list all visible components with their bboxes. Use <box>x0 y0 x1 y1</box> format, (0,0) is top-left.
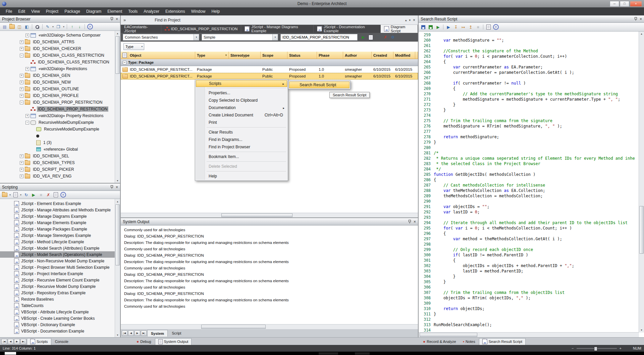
save-button[interactable] <box>420 24 427 31</box>
expand-icon[interactable]: + <box>20 161 23 165</box>
menu-diagram[interactable]: Diagram <box>83 7 104 15</box>
pin-icon[interactable] <box>110 185 113 189</box>
tree-item[interactable]: +IDD_SCHEMA_TYPES <box>0 159 120 166</box>
new-element-button[interactable]: ◧ <box>23 23 30 30</box>
tree-item[interactable]: +«win32Dialog» Schema Composer <box>0 32 120 39</box>
expand-icon[interactable]: + <box>20 154 23 158</box>
minimize-button[interactable]: ─ <box>610 1 619 7</box>
refresh-button[interactable]: ↻ <box>23 192 30 198</box>
script-list-item[interactable]: JSJScript - Project Browser Multi Select… <box>0 264 120 270</box>
zoom-in-icon[interactable]: + <box>620 346 622 350</box>
expand-icon[interactable]: + <box>25 67 29 71</box>
run-group-button[interactable]: ▶ <box>435 24 441 31</box>
zoom-out-icon[interactable]: − <box>572 346 574 350</box>
script-list-item[interactable]: JSJScript - Model Search (Operations) Ex… <box>0 251 120 258</box>
script-list-item[interactable]: JSJScript - Manage Elements Example <box>0 219 120 226</box>
tree-item[interactable]: +IDD_SCHEMA_PROFILE <box>0 92 120 99</box>
scrollbar[interactable]: ▲ ▼ <box>115 31 120 183</box>
menu-item-properties[interactable]: Properties... <box>196 89 287 97</box>
script-list-item[interactable]: JSJScript - Manage Attributes and Method… <box>0 207 120 213</box>
run-search-button[interactable]: ▶ <box>360 34 367 41</box>
scroll-down-icon[interactable]: ▼ <box>115 178 120 183</box>
column-header-created[interactable]: Created <box>372 52 393 59</box>
tree-item[interactable]: RecursiveModelDumpExample <box>0 126 120 133</box>
code-editor[interactable]: 259260 var methodSignature = "";261262 /… <box>419 32 644 337</box>
menu-item-find-in-project-browser[interactable]: Find in Project Browser <box>196 143 287 151</box>
menu-file[interactable]: File <box>3 7 15 15</box>
column-header-icon[interactable] <box>121 52 128 59</box>
next-page-button[interactable]: ▶ <box>135 331 140 336</box>
save-all-button[interactable] <box>427 24 434 31</box>
menu-help[interactable]: Help <box>208 7 223 15</box>
prev-page-button[interactable]: ◀ <box>8 339 13 344</box>
log-button[interactable] <box>52 192 59 198</box>
common-searches-dropdown[interactable]: Common Searches ▾ <box>123 34 199 41</box>
tab-system[interactable]: System <box>147 330 168 337</box>
taskbar-item[interactable] <box>355 352 370 355</box>
tree-item[interactable] <box>0 133 120 139</box>
new-model-button[interactable]: ▤ <box>1 23 8 30</box>
next-page-button[interactable]: ▶ <box>14 339 20 344</box>
tree-item[interactable]: «reference» Global <box>0 146 120 153</box>
tree-item[interactable]: IDD_SCHEMA_CLASS_RESTRICTION <box>0 59 120 65</box>
expand-icon[interactable]: + <box>20 74 23 78</box>
column-header-modified[interactable]: Modified <box>393 52 415 59</box>
move-down-button[interactable]: ↓ <box>76 23 83 30</box>
help-button[interactable]: ? <box>87 23 93 30</box>
script-list-item[interactable]: JSVBScript - Documentation Example <box>0 328 120 334</box>
clear-search-button[interactable]: ✗ <box>382 34 389 41</box>
tree-item[interactable]: 1 (3) <box>0 139 120 146</box>
close-icon[interactable]: × <box>116 17 118 21</box>
log-button[interactable] <box>485 24 492 31</box>
tree-item[interactable]: +IDD_SCHEMA_GEN <box>0 72 120 79</box>
menu-item-print[interactable]: Print <box>196 119 287 126</box>
dock-tab-console[interactable]: Console <box>52 338 71 345</box>
chevron-right-icon[interactable]: » <box>123 17 126 22</box>
dock-tab-notes[interactable]: ▪Notes <box>460 338 478 345</box>
prev-page-button[interactable]: ◀ <box>128 331 134 336</box>
menu-item-documentation[interactable]: Documentation▸ <box>196 104 287 111</box>
script-list-item[interactable]: JSRestore Baselines <box>0 296 120 302</box>
dock-tab-debug[interactable]: ●Debug <box>133 338 154 345</box>
pin-icon[interactable] <box>634 17 637 21</box>
expand-icon[interactable]: + <box>20 94 23 98</box>
menu-item-find-in-diagrams[interactable]: Find in Diagrams... <box>196 136 287 143</box>
find-in-project-browser-button[interactable] <box>34 23 41 30</box>
dock-tab-search-result-script[interactable]: JSSearch Result Script <box>479 338 526 345</box>
close-icon[interactable]: × <box>414 220 416 224</box>
menu-window[interactable]: Window <box>188 7 209 15</box>
expand-icon[interactable]: + <box>20 81 23 84</box>
collapse-icon[interactable]: − <box>20 54 23 57</box>
column-header-author[interactable]: Author <box>343 52 372 59</box>
tab-jscript-manage-diagrams-example[interactable]: JSJScript - Manage Diagrams Example <box>241 25 314 33</box>
step-over-button[interactable]: ↦ <box>460 24 467 31</box>
search-mode-dropdown[interactable]: Simple ▾ <box>202 34 278 41</box>
caret-down-icon[interactable]: ▾ <box>62 26 65 28</box>
edit-button[interactable]: ✎ <box>44 23 51 30</box>
collapse-icon[interactable]: − <box>123 61 126 64</box>
step-out-button[interactable]: ↥ <box>467 24 474 31</box>
script-list-item[interactable]: JSJScript - Element Extras Example <box>0 200 120 207</box>
column-header-stereotype[interactable]: Stereotype <box>229 52 261 59</box>
tab-jscript-documentation-example[interactable]: JSJScript - Documentation Example <box>314 25 381 33</box>
tab-diagram-script[interactable]: JSDiagram Script <box>381 25 418 33</box>
help-button[interactable]: ? <box>492 24 499 31</box>
menu-project[interactable]: Project <box>43 7 61 15</box>
script-list-item[interactable]: JSJScript - Repository Extras Example <box>0 290 120 296</box>
script-list-item[interactable]: JSJScript - Manage Diagrams Example <box>0 213 120 219</box>
menu-edit[interactable]: Edit <box>15 7 28 15</box>
tab-idd-schema-prop-restriction[interactable]: IDD_SCHEMA_PROP_RESTRICTION <box>161 25 241 33</box>
stop-button[interactable]: ■ <box>38 192 44 198</box>
table-row[interactable]: IDD_SCHEMA_PROP_RESTRICT...PackagePublic… <box>121 73 418 80</box>
tree-item[interactable]: IDD_SCHEMA_PROP_RESTRICTION <box>0 106 120 112</box>
menu-view[interactable]: View <box>28 7 43 15</box>
expand-icon[interactable]: + <box>20 174 23 178</box>
script-list-item[interactable]: JSJScript - Non-Recursive Model Dump Exa… <box>0 258 120 264</box>
close-icon[interactable]: × <box>413 18 415 22</box>
chevron-up-icon[interactable]: ▴ <box>405 18 407 22</box>
menu-item-copy-selected-to-clipboard[interactable]: Copy Selected to Clipboard <box>196 97 287 104</box>
first-page-button[interactable]: |◀ <box>122 331 127 336</box>
collapse-icon[interactable]: − <box>20 101 23 104</box>
script-list-item[interactable]: JSVBScript - Attribute Lifecycle Example <box>0 309 120 315</box>
group-by-type-dropdown[interactable]: Type ▾ <box>123 43 144 50</box>
